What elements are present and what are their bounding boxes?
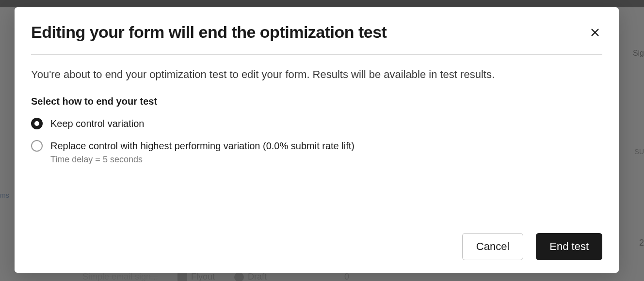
- radio-label: Keep control variation: [50, 117, 144, 130]
- radio-option-replace-control[interactable]: Replace control with highest performing …: [31, 139, 602, 165]
- modal-footer: Cancel End test: [31, 228, 602, 260]
- end-test-button[interactable]: End test: [536, 233, 602, 260]
- modal-title: Editing your form will end the optimizat…: [31, 23, 386, 42]
- close-icon: [590, 27, 600, 38]
- section-label: Select how to end your test: [31, 96, 602, 107]
- radio-selected-icon: [31, 118, 43, 129]
- cancel-button[interactable]: Cancel: [462, 233, 523, 260]
- modal-description: You're about to end your optimization te…: [31, 67, 602, 82]
- modal-body: You're about to end your optimization te…: [31, 55, 602, 228]
- radio-unselected-icon: [31, 140, 43, 152]
- radio-content: Keep control variation: [50, 117, 144, 130]
- radio-option-keep-control[interactable]: Keep control variation: [31, 117, 602, 130]
- radio-content: Replace control with highest performing …: [50, 139, 354, 165]
- end-test-modal: Editing your form will end the optimizat…: [15, 7, 619, 273]
- radio-label: Replace control with highest performing …: [50, 139, 354, 153]
- close-button[interactable]: [588, 25, 602, 40]
- radio-group: Keep control variation Replace control w…: [31, 117, 602, 165]
- modal-header: Editing your form will end the optimizat…: [31, 23, 602, 55]
- radio-sublabel: Time delay = 5 seconds: [50, 155, 354, 165]
